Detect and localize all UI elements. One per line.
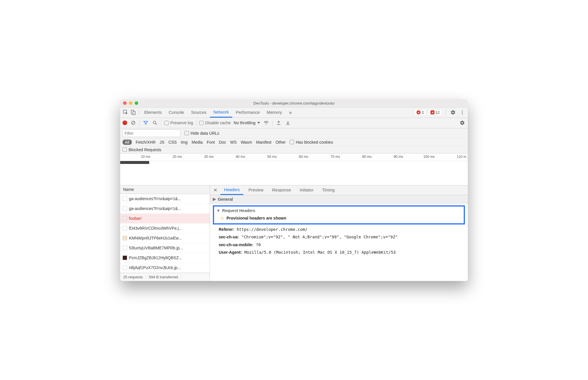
blocked-requests-label: Blocked Requests: [129, 147, 161, 152]
warning-icon: ⚠: [220, 216, 224, 220]
close-window-button[interactable]: [123, 101, 127, 105]
svg-point-8: [153, 121, 156, 124]
request-row[interactable]: PzmJZBgZBJ612Hy8QBSZ...: [120, 253, 210, 263]
request-row[interactable]: ga-audiences?t=sr&aip=1&...: [120, 194, 210, 204]
tl-tick-label: 40 ms: [236, 155, 245, 159]
maximize-window-button[interactable]: [135, 101, 138, 105]
separator: [445, 109, 446, 115]
filter-chip-all[interactable]: All: [123, 140, 132, 145]
footer-requests: 25 requests: [120, 275, 146, 279]
hide-data-urls-checkbox[interactable]: Hide data URLs: [185, 131, 219, 136]
request-row[interactable]: 53luclsjUVBaBME7MPRb.jp...: [120, 243, 210, 253]
filter-row: Hide data URLs: [120, 128, 468, 138]
file-icon: [123, 246, 127, 250]
chevron-down-icon: [257, 122, 260, 124]
network-conditions-icon[interactable]: [263, 120, 269, 126]
header-value: https://developer.chrome.com/: [237, 227, 307, 232]
tl-tick-label: 70 ms: [330, 155, 340, 159]
filter-chip-img[interactable]: Img: [181, 140, 187, 145]
detail-tab-initiator[interactable]: Initiator: [296, 185, 317, 195]
tl-tick-label: 100 ms: [423, 155, 435, 159]
detail-tab-response[interactable]: Response: [269, 185, 294, 195]
disable-cache-checkbox[interactable]: Disable cache: [199, 120, 231, 125]
request-row[interactable]: fD43v6RiVCDlmo3WhVPe.j...: [120, 224, 210, 233]
tabs-overflow[interactable]: »: [285, 107, 295, 118]
throttling-select[interactable]: No throttling: [234, 120, 260, 125]
request-name: foobar/: [129, 216, 142, 221]
minimize-window-button[interactable]: [129, 101, 132, 105]
request-list: Name ga-audiences?t=sr&aip=1&... ga-audi…: [120, 185, 210, 281]
detail-body[interactable]: ▶General ▼Request Headers ⚠ Provisional …: [210, 195, 468, 281]
svg-line-7: [132, 122, 135, 124]
svg-point-3: [462, 110, 463, 111]
close-detail-icon[interactable]: ✕: [212, 187, 219, 193]
record-button[interactable]: [123, 120, 127, 125]
panel-tabs: Elements Console Sources Network Perform…: [141, 107, 295, 118]
search-icon[interactable]: [152, 120, 158, 126]
request-name: KMNWpnRJTP6eHJs1wEw...: [129, 236, 182, 240]
svg-point-4: [462, 112, 463, 113]
svg-line-9: [156, 123, 157, 125]
request-headers-section-header[interactable]: ▼Request Headers: [216, 208, 461, 213]
request-list-body[interactable]: ga-audiences?t=sr&aip=1&... ga-audiences…: [120, 194, 210, 273]
network-toolbar: Preserve log Disable cache No throttling: [120, 118, 468, 128]
window-title: DevTools - developer.chrome.com/tags/dev…: [120, 101, 468, 105]
inspect-element-icon[interactable]: [122, 109, 129, 116]
clear-icon[interactable]: [130, 120, 136, 126]
has-blocked-cookies-checkbox[interactable]: Has blocked cookies: [290, 140, 333, 145]
device-toolbar-icon[interactable]: [129, 109, 137, 116]
request-list-header[interactable]: Name: [120, 185, 210, 194]
filter-chip-fetchxhr[interactable]: Fetch/XHR: [136, 140, 156, 145]
tab-elements[interactable]: Elements: [141, 107, 165, 118]
separator: [196, 120, 196, 126]
filter-chip-doc[interactable]: Doc: [219, 140, 226, 145]
request-list-footer: 25 requests 594 B transferred: [120, 273, 210, 281]
panel-tabstrip: Elements Console Sources Network Perform…: [120, 107, 468, 118]
kebab-menu-icon[interactable]: [459, 109, 466, 116]
filter-chip-wasm[interactable]: Wasm: [241, 140, 252, 145]
settings-gear-icon[interactable]: [449, 109, 457, 116]
header-key: sec-ch-ua-mobile:: [219, 242, 253, 247]
request-row[interactable]: nBjAqf1PuX7O2nvJbJck.jp...: [120, 263, 210, 273]
filter-chip-js[interactable]: JS: [160, 140, 164, 145]
tab-network[interactable]: Network: [210, 107, 232, 118]
detail-tab-preview[interactable]: Preview: [245, 185, 267, 195]
filter-chip-css[interactable]: CSS: [168, 140, 177, 145]
upload-har-icon[interactable]: [275, 120, 282, 126]
request-row[interactable]: KMNWpnRJTP6eHJs1wEw...: [120, 233, 210, 243]
request-row[interactable]: foobar/: [120, 214, 210, 224]
issues-badge[interactable]: ✕ 12: [428, 109, 442, 116]
header-key: User-Agent:: [219, 250, 242, 255]
tl-tick-label: 90 ms: [394, 155, 403, 159]
filter-chip-font[interactable]: Font: [207, 140, 215, 145]
filter-chip-manifest[interactable]: Manifest: [256, 140, 271, 145]
blocked-requests-checkbox[interactable]: Blocked Requests: [123, 147, 161, 152]
tab-performance[interactable]: Performance: [232, 107, 263, 118]
download-har-icon[interactable]: [285, 120, 291, 126]
console-errors-badge[interactable]: ✕ 2: [414, 109, 426, 116]
filter-chip-other[interactable]: Other: [275, 140, 286, 145]
detail-tab-timing[interactable]: Timing: [319, 185, 338, 195]
tab-memory[interactable]: Memory: [263, 107, 285, 118]
tab-sources[interactable]: Sources: [188, 107, 210, 118]
general-section-header[interactable]: ▶General: [210, 195, 468, 204]
request-name: ga-audiences?t=sr&aip=1&...: [129, 196, 181, 201]
network-settings-gear-icon[interactable]: [459, 120, 465, 126]
provisional-headers-warning: ⚠ Provisional headers are shown: [220, 216, 461, 220]
timeline-overview[interactable]: 10 ms 20 ms 30 ms 40 ms 50 ms 60 ms 70 m…: [120, 154, 468, 185]
disable-cache-label: Disable cache: [205, 120, 231, 125]
request-name: nBjAqf1PuX7O2nvJbJck.jp...: [129, 265, 181, 270]
tl-tick-label: 10 ms: [141, 155, 150, 159]
filter-chip-ws[interactable]: WS: [230, 140, 237, 145]
filter-funnel-icon[interactable]: [143, 120, 149, 126]
file-icon: [123, 196, 127, 201]
detail-tab-headers[interactable]: Headers: [220, 185, 243, 195]
filter-chip-media[interactable]: Media: [192, 140, 203, 145]
tab-console[interactable]: Console: [165, 107, 187, 118]
request-row[interactable]: ga-audiences?t=sr&aip=1&...: [120, 204, 210, 214]
preserve-log-checkbox[interactable]: Preserve log: [164, 120, 193, 125]
footer-transferred: 594 B transferred: [146, 275, 181, 279]
devtools-window: DevTools - developer.chrome.com/tags/dev…: [120, 99, 468, 281]
request-name: ga-audiences?t=sr&aip=1&...: [129, 206, 181, 211]
filter-input[interactable]: [123, 129, 180, 137]
